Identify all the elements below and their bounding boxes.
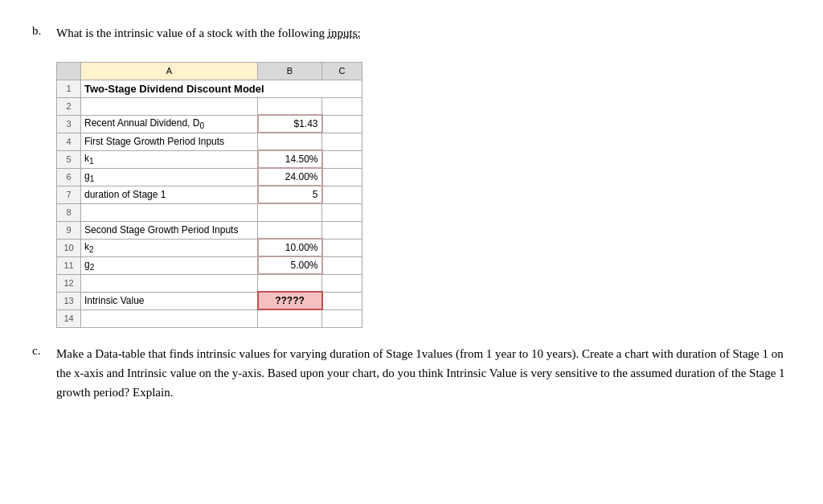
spreadsheet: A B C 1 Two-Stage Dividend Discount Mode… — [56, 62, 362, 328]
cell-11-a: g2 — [81, 256, 258, 274]
cell-9-a: Second Stage Growth Period Inputs — [81, 221, 258, 239]
cell-4-a: First Stage Growth Period Inputs — [81, 133, 258, 150]
row-num-9: 9 — [57, 221, 81, 239]
row-num-2: 2 — [57, 97, 81, 115]
cell-8-a — [81, 203, 258, 221]
cell-13-a: Intrinsic Value — [81, 292, 258, 309]
cell-6-a: g1 — [81, 168, 258, 186]
question-c-label: c. — [32, 344, 48, 402]
cell-8-c — [322, 203, 362, 221]
table-row: 3 Recent Annual Dividend, D0 $1.43 — [57, 115, 362, 133]
row-num-10: 10 — [57, 239, 81, 256]
cell-10-b[interactable]: 10.00% — [258, 239, 322, 256]
cell-6-c — [322, 168, 362, 186]
table-row: 9 Second Stage Growth Period Inputs — [57, 221, 362, 239]
question-b-intro: What is the intrinsic value of a stock w… — [56, 27, 328, 39]
row-num-6: 6 — [57, 168, 81, 186]
col-header-c: C — [322, 62, 362, 80]
row-num-12: 12 — [57, 274, 81, 292]
table-row: 1 Two-Stage Dividend Discount Model — [57, 80, 362, 97]
cell-5-c — [322, 150, 362, 168]
cell-7-b[interactable]: 5 — [258, 186, 322, 203]
table-row: 5 k1 14.50% — [57, 150, 362, 168]
row-num-7: 7 — [57, 186, 81, 203]
inputs-word: inputs: — [328, 27, 361, 39]
question-c: c. Make a Data-table that finds intrinsi… — [32, 344, 791, 402]
cell-9-b — [258, 221, 322, 239]
row-num-8: 8 — [57, 203, 81, 221]
cell-3-a: Recent Annual Dividend, D0 — [81, 115, 258, 133]
row-num-11: 11 — [57, 256, 81, 274]
cell-13-c — [322, 292, 362, 309]
spreadsheet-wrapper: A B C 1 Two-Stage Dividend Discount Mode… — [56, 62, 791, 328]
col-header-a: A — [81, 62, 258, 80]
row-num-13: 13 — [57, 292, 81, 309]
cell-12-a — [81, 274, 258, 292]
row-num-4: 4 — [57, 133, 81, 150]
table-row: 8 — [57, 203, 362, 221]
table-row: 13 Intrinsic Value ????? — [57, 292, 362, 309]
cell-7-c — [322, 186, 362, 203]
cell-12-c — [322, 274, 362, 292]
cell-10-a: k2 — [81, 239, 258, 256]
cell-4-b — [258, 133, 322, 150]
cell-10-c — [322, 239, 362, 256]
question-b: b. What is the intrinsic value of a stoc… — [32, 24, 791, 43]
cell-5-b[interactable]: 14.50% — [258, 150, 322, 168]
row-num-1: 1 — [57, 80, 81, 97]
cell-11-b[interactable]: 5.00% — [258, 256, 322, 274]
col-header-b: B — [258, 62, 322, 80]
cell-3-c — [322, 115, 362, 133]
table-row: 7 duration of Stage 1 5 — [57, 186, 362, 203]
cell-7-a: duration of Stage 1 — [81, 186, 258, 203]
table-row: 11 g2 5.00% — [57, 256, 362, 274]
cell-9-c — [322, 221, 362, 239]
table-row: 4 First Stage Growth Period Inputs — [57, 133, 362, 150]
cell-5-a: k1 — [81, 150, 258, 168]
cell-14-b — [258, 309, 322, 327]
corner-header — [57, 62, 81, 80]
cell-11-c — [322, 256, 362, 274]
cell-2-a — [81, 97, 258, 115]
cell-2-b — [258, 97, 322, 115]
table-row: 6 g1 24.00% — [57, 168, 362, 186]
cell-6-b[interactable]: 24.00% — [258, 168, 322, 186]
cell-4-c — [322, 133, 362, 150]
row-num-3: 3 — [57, 115, 81, 133]
cell-14-c — [322, 309, 362, 327]
question-b-label: b. — [32, 24, 48, 43]
cell-12-b — [258, 274, 322, 292]
cell-13-b-intrinsic[interactable]: ????? — [258, 292, 322, 309]
cell-8-b — [258, 203, 322, 221]
row-num-5: 5 — [57, 150, 81, 168]
table-row: 2 — [57, 97, 362, 115]
question-c-text: Make a Data-table that finds intrinsic v… — [56, 344, 791, 402]
cell-3-b[interactable]: $1.43 — [258, 115, 322, 133]
row-num-14: 14 — [57, 309, 81, 327]
table-row: 14 — [57, 309, 362, 327]
cell-1-a: Two-Stage Dividend Discount Model — [81, 80, 362, 97]
table-row: 10 k2 10.00% — [57, 239, 362, 256]
table-row: 12 — [57, 274, 362, 292]
question-b-text: What is the intrinsic value of a stock w… — [56, 24, 361, 43]
cell-14-a — [81, 309, 258, 327]
cell-2-c — [322, 97, 362, 115]
